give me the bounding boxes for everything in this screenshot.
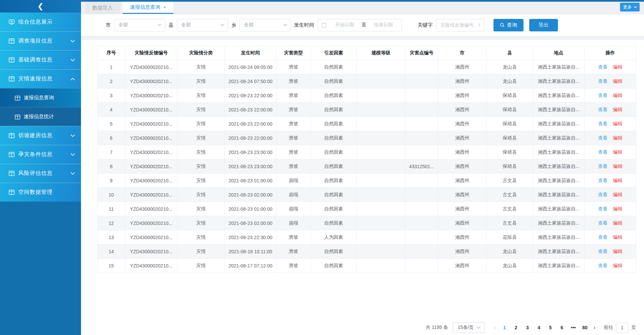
cell-factor: 自然因素 — [311, 216, 357, 230]
edit-link[interactable]: 编辑 — [613, 263, 622, 268]
view-link[interactable]: 查看 — [598, 64, 608, 70]
cell-category: 灾情 — [178, 60, 225, 74]
view-link[interactable]: 查看 — [598, 135, 608, 140]
page-number[interactable]: ••• — [570, 325, 576, 330]
view-link[interactable]: 查看 — [598, 107, 608, 112]
sidebar-item[interactable]: 风险评估信息 — [0, 164, 81, 183]
sidebar-item[interactable]: 孕灾条件信息 — [0, 145, 81, 164]
start-date-placeholder[interactable]: 开始日期 — [330, 22, 360, 28]
tab-bar: 数据导入速报信息查询× — [81, 2, 644, 14]
goto-page-input[interactable] — [616, 323, 628, 333]
edit-link[interactable]: 编辑 — [613, 178, 622, 183]
cell-code: YZD43000020210... — [125, 131, 178, 145]
sidebar-item[interactable]: 灾情速报信息 — [0, 69, 81, 88]
edit-link[interactable]: 编辑 — [613, 220, 622, 226]
cell-point_code — [405, 117, 438, 131]
cell-type: 滑坡 — [276, 117, 311, 131]
export-button[interactable]: 导出 — [529, 19, 558, 31]
edit-link[interactable]: 编辑 — [613, 135, 622, 140]
edit-link[interactable]: 编辑 — [613, 234, 622, 240]
view-link[interactable]: 查看 — [598, 121, 608, 126]
cell-no: 12 — [98, 216, 125, 230]
cell-actions: 查看编辑 — [585, 60, 636, 74]
view-link[interactable]: 查看 — [598, 178, 608, 183]
county-filter-label: 县 — [168, 22, 173, 28]
edit-link[interactable]: 编辑 — [613, 64, 622, 70]
page-number[interactable]: 2 — [513, 325, 519, 330]
page-number-list: 123456•••80 — [499, 325, 591, 330]
cell-actions: 查看编辑 — [585, 74, 636, 88]
search-button[interactable]: 查询 — [493, 19, 524, 31]
keyword-input[interactable] — [436, 19, 484, 31]
view-link[interactable]: 查看 — [598, 206, 608, 211]
view-link[interactable]: 查看 — [598, 192, 608, 197]
page-number[interactable]: 3 — [525, 325, 531, 330]
more-button[interactable]: 更多 — [620, 3, 640, 11]
sidebar-item[interactable]: 空间数据管理 — [0, 183, 81, 202]
tab-active[interactable]: 速报信息查询× — [123, 2, 173, 14]
view-link[interactable]: 查看 — [598, 163, 608, 169]
edit-link[interactable]: 编辑 — [613, 149, 622, 155]
edit-link[interactable]: 编辑 — [613, 93, 622, 98]
cell-type: 滑坡 — [276, 259, 311, 273]
sidebar-item[interactable]: 基础调查信息 — [0, 50, 81, 69]
sidebar-item[interactable]: 综合信息展示 — [0, 12, 81, 31]
prev-page-button[interactable]: ‹ — [491, 325, 499, 331]
cell-county: 古丈县 — [487, 202, 533, 216]
cell-no: 3 — [98, 88, 125, 103]
view-link[interactable]: 查看 — [598, 249, 608, 254]
cell-scale — [357, 259, 405, 273]
view-link[interactable]: 查看 — [598, 263, 608, 268]
edit-link[interactable]: 编辑 — [613, 192, 622, 197]
sidebar-collapse-button[interactable]: ❮ — [0, 0, 81, 12]
cell-county: 古丈县 — [487, 174, 533, 188]
cell-point_code — [405, 103, 438, 117]
view-link[interactable]: 查看 — [598, 93, 608, 98]
page-number[interactable]: 6 — [559, 325, 565, 330]
township-select[interactable]: 全部 — [240, 19, 291, 31]
table-icon — [9, 171, 15, 176]
edit-link[interactable]: 编辑 — [613, 249, 622, 254]
column-header: 灾害点编号 — [405, 46, 438, 60]
view-link[interactable]: 查看 — [598, 78, 608, 84]
edit-link[interactable]: 编辑 — [613, 206, 622, 211]
edit-link[interactable]: 编辑 — [613, 163, 622, 169]
tab-inactive[interactable]: 数据导入 — [85, 2, 120, 14]
county-select[interactable]: 全部 — [177, 19, 228, 31]
cell-point_code — [405, 216, 438, 230]
edit-link[interactable]: 编辑 — [613, 121, 622, 126]
view-link[interactable]: 查看 — [598, 234, 608, 240]
chevron-down-icon — [71, 171, 75, 175]
sidebar-subitem[interactable]: 速报信息查询 — [0, 88, 81, 107]
next-page-button[interactable]: › — [591, 325, 598, 331]
sidebar-item[interactable]: 切坡建房信息 — [0, 126, 81, 145]
calendar-icon — [321, 23, 326, 28]
search-button-label: 查询 — [507, 22, 517, 28]
cell-type: 滑坡 — [276, 74, 311, 88]
cell-type: 崩塌 — [276, 216, 311, 230]
cell-factor: 自然因素 — [311, 60, 357, 74]
edit-link[interactable]: 编辑 — [613, 78, 622, 84]
view-link[interactable]: 查看 — [598, 149, 608, 155]
cell-category: 灾情 — [178, 202, 225, 216]
cell-time: 2021-08-23 02:00:00 — [225, 216, 276, 230]
cell-scale — [357, 74, 405, 88]
sidebar-subitem[interactable]: 速报信息统计 — [0, 107, 81, 126]
close-icon[interactable]: × — [163, 5, 166, 10]
cell-code: YZD43000020210... — [125, 103, 178, 117]
page-number[interactable]: 1 — [502, 325, 508, 330]
page-number[interactable]: 80 — [582, 325, 588, 330]
cell-county: 保靖县 — [487, 131, 533, 145]
cell-city: 湘西州 — [438, 131, 487, 145]
cell-county: 龙山县 — [487, 259, 533, 273]
city-select[interactable]: 全部 — [114, 19, 165, 31]
view-link[interactable]: 查看 — [598, 220, 608, 226]
page-number[interactable]: 4 — [536, 325, 542, 330]
cell-code: YZD43000020210... — [125, 188, 178, 202]
end-date-placeholder[interactable]: 结束日期 — [369, 22, 399, 28]
edit-link[interactable]: 编辑 — [613, 107, 622, 112]
sidebar-item[interactable]: 调查项目信息 — [0, 31, 81, 50]
date-range-picker[interactable]: 开始日期 至 结束日期 — [318, 19, 402, 31]
page-size-select[interactable]: 15条/页 — [453, 322, 485, 333]
page-number[interactable]: 5 — [547, 325, 554, 330]
